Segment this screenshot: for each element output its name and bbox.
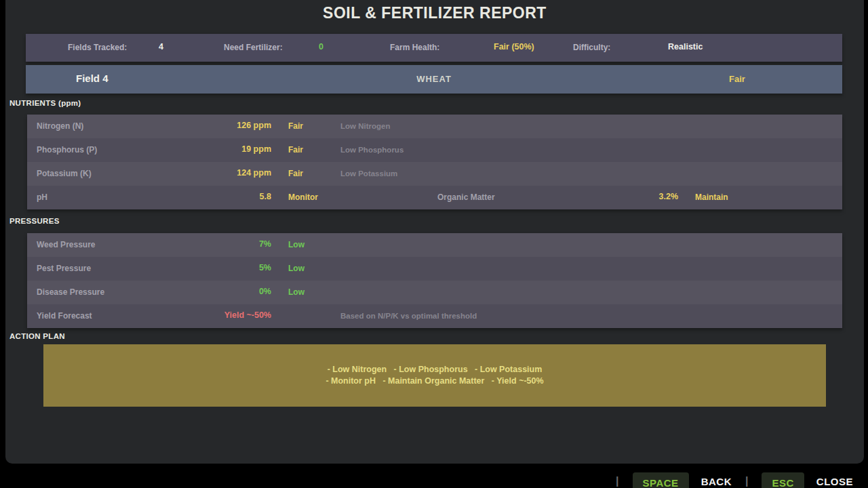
row-label: pH — [37, 192, 47, 202]
organic-matter-label: Organic Matter — [437, 192, 495, 202]
nutrient-row-potassium: Potassium (K) 124 ppm Fair Low Potassium — [27, 162, 842, 186]
back-label: BACK — [701, 476, 732, 487]
separator: | — [616, 475, 618, 487]
row-label: Pest Pressure — [37, 264, 91, 273]
row-value: 126 ppm — [136, 121, 271, 130]
organic-matter-status: Maintain — [695, 192, 728, 202]
difficulty-value: Realistic — [668, 42, 703, 52]
report-panel: SOIL & FERTILIZER REPORT Fields Tracked:… — [5, 0, 864, 464]
row-label: Potassium (K) — [37, 169, 92, 178]
pressures-table: Weed Pressure 7% Low Pest Pressure 5% Lo… — [27, 233, 842, 328]
row-status: Fair — [288, 169, 303, 178]
field-status: Fair — [729, 74, 745, 84]
field-crop: WHEAT — [26, 74, 842, 84]
row-status: Monitor — [288, 192, 318, 202]
row-note: Low Phosphorus — [340, 146, 403, 154]
row-label: Weed Pressure — [37, 240, 96, 249]
row-value: Yield ~-50% — [136, 310, 271, 320]
page-title: SOIL & FERTILIZER REPORT — [5, 4, 864, 22]
row-label: Phosphorus (P) — [37, 145, 97, 155]
action-plan-box: - Low Nitrogen - Low Phosphorus - Low Po… — [43, 344, 826, 407]
pressure-row-weed: Weed Pressure 7% Low — [27, 233, 842, 257]
action-plan-heading: ACTION PLAN — [9, 332, 65, 340]
row-value: 7% — [136, 239, 271, 249]
esc-keycap[interactable]: ESC — [762, 472, 804, 488]
pressure-row-disease: Disease Pressure 0% Low — [27, 281, 842, 304]
row-value: 124 ppm — [136, 168, 271, 178]
farm-health-value: Fair (50%) — [494, 42, 534, 52]
row-label: Disease Pressure — [37, 287, 104, 297]
pressure-row-pest: Pest Pressure 5% Low — [27, 257, 842, 281]
row-note: Based on N/P/K vs optimal threshold — [340, 312, 477, 320]
row-status: Low — [288, 287, 304, 297]
keybind-bar: | SPACE BACK | ESC CLOSE — [0, 464, 868, 488]
nutrient-row-nitrogen: Nitrogen (N) 126 ppm Fair Low Nitrogen — [27, 115, 842, 138]
action-plan-line-2: - Monitor pH - Maintain Organic Matter -… — [326, 375, 543, 387]
action-plan-line-1: - Low Nitrogen - Low Phosphorus - Low Po… — [328, 364, 542, 375]
yield-forecast-row: Yield Forecast Yield ~-50% Based on N/P/… — [27, 304, 842, 328]
difficulty-label: Difficulty: — [573, 43, 610, 52]
fields-tracked-value: 4 — [159, 42, 163, 52]
row-status: Low — [288, 264, 304, 273]
nutrients-table: Nitrogen (N) 126 ppm Fair Low Nitrogen P… — [27, 115, 842, 209]
row-note: Low Potassium — [340, 169, 397, 178]
need-fertilizer-value: 0 — [319, 42, 323, 52]
organic-matter-value: 3.2% — [610, 192, 678, 201]
nutrients-heading: NUTRIENTS (ppm) — [9, 99, 81, 107]
stats-bar: Fields Tracked: 4 Need Fertilizer: 0 Far… — [26, 34, 842, 62]
row-status: Low — [288, 240, 304, 249]
nutrient-row-ph: pH 5.8 Monitor Organic Matter 3.2% Maint… — [27, 186, 842, 209]
farm-health-label: Farm Health: — [390, 43, 439, 52]
row-status: Fair — [288, 121, 303, 131]
back-button[interactable]: SPACE BACK — [633, 472, 732, 488]
row-label: Yield Forecast — [37, 311, 92, 321]
row-status: Fair — [288, 145, 303, 155]
row-note: Low Nitrogen — [340, 122, 390, 130]
row-value: 5.8 — [136, 192, 271, 201]
space-keycap[interactable]: SPACE — [633, 472, 689, 488]
row-label: Nitrogen (N) — [37, 121, 83, 131]
fields-tracked-label: Fields Tracked: — [68, 43, 127, 52]
close-label: CLOSE — [816, 476, 853, 487]
close-button[interactable]: ESC CLOSE — [762, 472, 853, 488]
row-value: 5% — [136, 263, 271, 272]
field-header-row[interactable]: Field 4 WHEAT Fair — [26, 65, 842, 94]
need-fertilizer-label: Need Fertilizer: — [224, 43, 283, 52]
separator: | — [745, 475, 748, 487]
row-value: 0% — [136, 287, 271, 296]
row-value: 19 ppm — [136, 144, 271, 154]
pressures-heading: PRESSURES — [9, 217, 60, 225]
nutrient-row-phosphorus: Phosphorus (P) 19 ppm Fair Low Phosphoru… — [27, 138, 842, 162]
